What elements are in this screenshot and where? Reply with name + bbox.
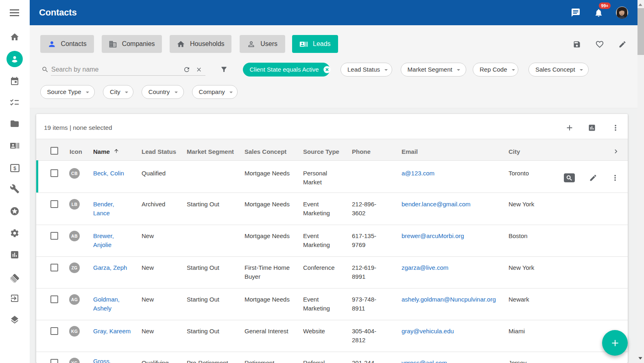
svg-text:$: $	[13, 166, 16, 171]
